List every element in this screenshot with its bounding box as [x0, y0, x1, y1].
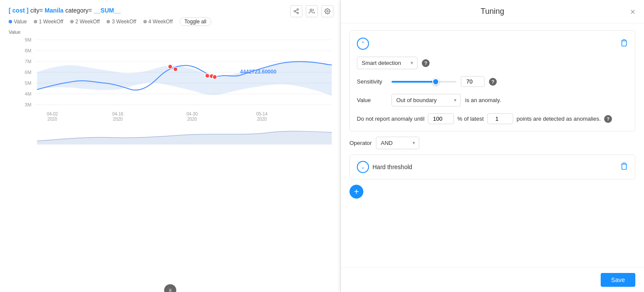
operator-row: Operator AND OR ▼ [350, 137, 635, 149]
hard-threshold-card: ⌄ Hard threshold [350, 154, 635, 180]
percentage-input[interactable] [428, 113, 454, 124]
svg-text:04-02: 04-02 [47, 112, 58, 116]
svg-text:4442723.60000: 4442723.60000 [240, 69, 276, 75]
svg-text:04-16: 04-16 [112, 112, 123, 116]
user-icon-btn[interactable] [306, 5, 318, 17]
tuning-body: ⌃ Smart detection Hard threshold Custom … [341, 23, 644, 267]
legend-3weekoff-label: 3 WeekOff [112, 19, 136, 25]
operator-select[interactable]: AND OR [376, 137, 419, 149]
legend-value: Value [9, 19, 27, 25]
smart-detection-card: ⌃ Smart detection Hard threshold Custom … [350, 30, 635, 132]
svg-point-23 [205, 74, 210, 78]
svg-text:2020: 2020 [48, 117, 58, 122]
svg-point-25 [213, 75, 217, 79]
svg-text:9M: 9M [25, 37, 31, 42]
svg-line-3 [295, 12, 297, 13]
svg-text:2020: 2020 [113, 117, 123, 122]
settings-icon-btn[interactable] [321, 5, 333, 17]
mini-chart [9, 124, 332, 145]
svg-text:8M: 8M [25, 48, 31, 53]
sensitivity-row: Sensitivity ? [357, 76, 628, 87]
report-row: Do not report anomaly until % of latest … [357, 113, 628, 124]
add-condition-icon: + [354, 187, 359, 197]
svg-point-2 [297, 12, 299, 14]
svg-point-1 [294, 10, 296, 12]
metric-label: [ cost ] [9, 7, 29, 14]
sensitivity-input[interactable] [461, 76, 485, 87]
sum-value: __SUM__ [94, 7, 121, 14]
chart-icons [290, 5, 333, 17]
anomaly-text: is an anomaly. [465, 97, 501, 103]
chart-legend: Value 1 WeekOff 2 WeekOff 3 WeekOff 4 We… [9, 17, 332, 26]
svg-point-5 [310, 9, 312, 11]
add-condition-button[interactable]: + [350, 185, 363, 199]
close-button[interactable]: × [630, 7, 635, 16]
svg-point-22 [173, 67, 178, 71]
city-label: city= [30, 7, 43, 14]
smart-detection-row: Smart detection Hard threshold Custom ▼ … [357, 57, 628, 69]
svg-point-6 [327, 10, 328, 12]
out-of-boundary-select[interactable]: Out of boundary Above boundary Below bou… [392, 94, 461, 106]
smart-detection-help-icon[interactable]: ? [422, 59, 430, 67]
legend-1weekoff-label: 1 WeekOff [39, 19, 63, 25]
city-value: Manila [45, 7, 64, 14]
smart-detection-select-wrapper: Smart detection Hard threshold Custom ▼ [357, 57, 417, 69]
count-input[interactable] [487, 113, 513, 124]
report-suffix-text: points are detected as anomalies. [517, 116, 601, 122]
operator-label: Operator [350, 140, 372, 146]
svg-text:04-30: 04-30 [187, 112, 198, 116]
report-help-icon[interactable]: ? [604, 115, 612, 123]
legend-2weekoff-label: 2 WeekOff [75, 19, 100, 25]
collapse-button[interactable]: ≡ [164, 284, 176, 292]
smart-detection-delete-btn[interactable] [620, 39, 628, 48]
toggle-all-button[interactable]: Toggle all [180, 17, 211, 26]
tuning-header: Tuning × [341, 0, 644, 23]
hard-threshold-collapse-btn[interactable]: ⌄ [357, 161, 369, 173]
hard-threshold-header: ⌄ Hard threshold [357, 161, 628, 173]
smart-detection-collapse-btn[interactable]: ⌃ [357, 38, 369, 50]
report-prefix-text: Do not report anomaly until [357, 116, 424, 122]
legend-1weekoff: 1 WeekOff [34, 19, 63, 25]
svg-line-4 [295, 10, 297, 11]
legend-4weekoff-label: 4 WeekOff [149, 19, 173, 25]
svg-text:2020: 2020 [187, 117, 197, 122]
chart-title: [ cost ] city= Manila category= __SUM__ [9, 7, 332, 14]
svg-text:6M: 6M [25, 70, 31, 75]
operator-select-wrapper: AND OR ▼ [376, 137, 419, 149]
save-button[interactable]: Save [601, 273, 635, 287]
svg-text:5M: 5M [25, 80, 31, 86]
category-label: category= [65, 7, 92, 14]
svg-text:4M: 4M [25, 91, 31, 96]
hard-threshold-title: Hard threshold [372, 164, 412, 170]
share-icon-btn[interactable] [290, 5, 302, 17]
sensitivity-slider-thumb [432, 78, 439, 85]
value-field-label: Value [357, 97, 387, 103]
legend-value-label: Value [14, 19, 27, 25]
value-row: Value Out of boundary Above boundary Bel… [357, 94, 628, 106]
chart-area: 9M 8M 7M 6M 5M 4M 3M 4442723.60000 04-02… [9, 35, 332, 122]
svg-text:7M: 7M [25, 59, 31, 64]
y-axis-label: Value [9, 29, 332, 35]
chart-panel: [ cost ] city= Manila category= __SUM__ … [0, 0, 341, 292]
svg-text:3M: 3M [25, 102, 31, 107]
smart-detection-card-header: ⌃ [357, 38, 628, 50]
svg-point-0 [297, 9, 299, 10]
svg-text:2020: 2020 [257, 117, 267, 122]
tuning-panel: Tuning × ⌃ Smart detection Hard threshol… [341, 0, 644, 292]
legend-3weekoff: 3 WeekOff [107, 19, 136, 25]
percentage-label: % of latest [457, 116, 484, 122]
sensitivity-label: Sensitivity [357, 78, 387, 85]
tuning-title: Tuning [481, 7, 504, 16]
sensitivity-slider-track [392, 81, 456, 83]
hard-threshold-left: ⌄ Hard threshold [357, 161, 412, 173]
legend-4weekoff: 4 WeekOff [143, 19, 173, 25]
svg-text:05-14: 05-14 [256, 112, 268, 116]
smart-detection-select[interactable]: Smart detection Hard threshold Custom [357, 57, 417, 69]
tuning-footer: Save [341, 267, 644, 292]
out-of-boundary-select-wrapper: Out of boundary Above boundary Below bou… [392, 94, 461, 106]
sensitivity-help-icon[interactable]: ? [489, 78, 497, 86]
legend-2weekoff: 2 WeekOff [70, 19, 100, 25]
svg-point-21 [168, 64, 172, 69]
hard-threshold-delete-btn[interactable] [620, 162, 628, 172]
